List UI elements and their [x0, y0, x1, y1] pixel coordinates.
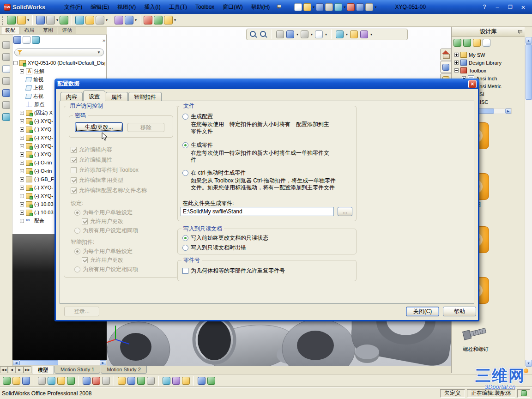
open-dropdown-icon[interactable]: ▾ — [313, 5, 314, 9]
new-document-icon[interactable] — [294, 3, 302, 11]
create-folder-icon[interactable] — [473, 39, 481, 47]
tree-item-label[interactable]: (-) O-rin — [34, 160, 52, 165]
hide-show-items-icon[interactable] — [336, 30, 344, 38]
tree-item-label[interactable]: 原点 — [34, 101, 44, 108]
explode-line-sketch-icon[interactable] — [164, 16, 173, 24]
expander-icon[interactable] — [20, 152, 24, 157]
menu-insert[interactable]: 插入(I) — [140, 2, 164, 12]
tree-item-label[interactable]: (-) XYQ- — [34, 151, 53, 157]
section-view-icon[interactable] — [286, 30, 294, 38]
scrollbar-track[interactable] — [58, 360, 100, 365]
add-file-location-icon[interactable] — [463, 39, 471, 47]
checkbox-allow-duplicate-part-numbers[interactable]: 为几何体相等的零部件允许重复零件号 — [182, 267, 285, 275]
restore-icon[interactable] — [506, 3, 514, 11]
tab-properties[interactable]: 属性 — [106, 92, 128, 101]
tab-scroll-left-icon[interactable]: ◀ — [8, 366, 16, 373]
solidworks-resources-tab[interactable] — [440, 48, 451, 60]
tab-motion-study-1[interactable]: Motion Study 1 — [54, 366, 100, 374]
radio-create-parts-ctrl-drag[interactable]: 在 ctrl-拖动时生成零件 — [182, 169, 246, 177]
tree-item-label[interactable]: (-) XYQ- — [34, 118, 53, 124]
bill-of-materials-icon[interactable] — [137, 377, 145, 385]
tree-filter-combo[interactable]: ▼ — [14, 48, 104, 56]
insert-component-icon[interactable] — [3, 377, 11, 385]
tree-item-label[interactable]: 配合 — [34, 218, 44, 224]
menu-pin-icon[interactable] — [276, 4, 282, 10]
interference-detection-icon[interactable] — [144, 16, 152, 24]
show-hidden-dropdown-icon[interactable]: ▾ — [106, 18, 108, 22]
tab-scroll-first-icon[interactable]: ◀◀ — [0, 366, 8, 373]
close-icon[interactable] — [519, 3, 527, 11]
scroll-right-icon[interactable]: ▶ — [100, 360, 106, 365]
filter-dropdown-icon[interactable]: ▼ — [97, 50, 101, 54]
exploded-view-icon[interactable] — [118, 377, 126, 385]
measure-icon[interactable] — [102, 377, 110, 385]
tree-item-label[interactable]: (-) 10.03 — [34, 210, 54, 215]
open-document-icon[interactable] — [303, 3, 311, 11]
library-row-mysw[interactable]: My SW — [454, 51, 522, 59]
tab-sketch[interactable]: 草图 — [39, 26, 57, 34]
assembly-features-icon[interactable] — [83, 377, 91, 385]
view-orientation-icon[interactable] — [301, 30, 308, 38]
library-thumbnail-bolts[interactable]: 螺栓和螺钉 — [458, 321, 493, 353]
hideshow-dropdown-icon[interactable]: ▾ — [346, 32, 348, 36]
tab-scroll-right-icon[interactable]: ▶ — [16, 366, 24, 373]
apply-scene-icon[interactable] — [360, 30, 368, 38]
feature-manager-tab-icon[interactable] — [13, 36, 21, 44]
tree-item-label[interactable]: (-) XYQ- — [34, 143, 53, 149]
library-row-design-library[interactable]: Design Library — [454, 59, 522, 66]
scroll-right-icon[interactable]: ▶ — [505, 109, 511, 114]
mate-icon[interactable] — [36, 16, 45, 24]
tree-row-annotations[interactable]: 注解 — [13, 67, 105, 75]
radio-change-readonly-status[interactable]: 写入前始终更改文档的只读状态 — [182, 234, 268, 242]
scrollbar-track[interactable] — [494, 109, 505, 114]
tree-root-label[interactable]: XYQ-051-00 (Default<Default_Disp — [28, 60, 105, 66]
create-change-password-button[interactable]: 生成/更改... — [75, 122, 123, 132]
tree-item-label[interactable]: (-) XYQ- — [34, 127, 53, 132]
tree-horizontal-scrollbar[interactable]: ◀ ▶ — [12, 360, 107, 366]
expander-icon[interactable] — [454, 60, 459, 65]
expander-icon[interactable] — [20, 211, 24, 215]
menu-help[interactable]: 帮助(H) — [247, 2, 274, 12]
pin-icon[interactable] — [517, 29, 523, 35]
radio-create-configurations[interactable]: 生成配置 — [182, 113, 213, 121]
library-item-label[interactable]: Design Library — [469, 60, 502, 66]
move-component-icon[interactable] — [38, 377, 46, 385]
rebuild-icon[interactable] — [347, 3, 355, 11]
dimension-tool-icon[interactable] — [2, 65, 10, 73]
tab-evaluate[interactable]: 评估 — [58, 26, 76, 34]
edit-appearance-icon[interactable] — [350, 30, 358, 38]
scrollbar-thumb[interactable] — [19, 360, 58, 365]
refresh-icon[interactable] — [483, 39, 490, 47]
edit-component-icon[interactable] — [7, 16, 16, 24]
undo-dropdown-icon[interactable]: ▾ — [344, 5, 345, 9]
menu-view[interactable]: 视图(V) — [113, 2, 140, 12]
tab-scroll-last-icon[interactable]: ▶▶ — [24, 366, 31, 373]
library-item-label[interactable]: Ansi Metric — [476, 84, 501, 89]
scrollbar-track[interactable] — [525, 100, 532, 360]
smart-fasteners-icon[interactable] — [60, 16, 68, 24]
menu-edit[interactable]: 编辑(E) — [86, 2, 113, 12]
undo-icon[interactable] — [334, 3, 342, 11]
grid-tool-icon[interactable] — [2, 77, 10, 85]
expander-icon[interactable] — [20, 177, 24, 181]
component-pattern-icon[interactable] — [46, 16, 55, 24]
help-icon[interactable] — [480, 3, 489, 11]
add-to-library-icon[interactable] — [453, 39, 461, 47]
expander-icon[interactable] — [454, 53, 459, 57]
assembly-features-icon[interactable] — [115, 16, 123, 24]
file-list-dropdown-icon[interactable]: ▾ — [375, 5, 376, 9]
expander-icon[interactable] — [20, 202, 24, 206]
zoom-area-icon[interactable] — [260, 30, 267, 38]
move-component-icon[interactable] — [75, 16, 84, 24]
show-hidden-icon[interactable] — [67, 377, 75, 385]
tree-item-label[interactable]: (-) 10.03 — [34, 201, 54, 207]
file-list-icon[interactable] — [365, 3, 373, 11]
exploded-view-icon[interactable] — [154, 16, 163, 24]
expander-icon[interactable] — [454, 68, 459, 73]
tab-assembly[interactable]: 装配 — [1, 26, 19, 34]
library-item-label[interactable]: My SW — [469, 52, 485, 58]
tree-item-label[interactable]: 右视 — [33, 93, 43, 100]
expander-icon[interactable] — [20, 69, 24, 73]
scroll-left-icon[interactable]: ◀ — [13, 360, 19, 365]
radio-error-on-readonly[interactable]: 写入到只读文档时出错 — [182, 244, 246, 252]
